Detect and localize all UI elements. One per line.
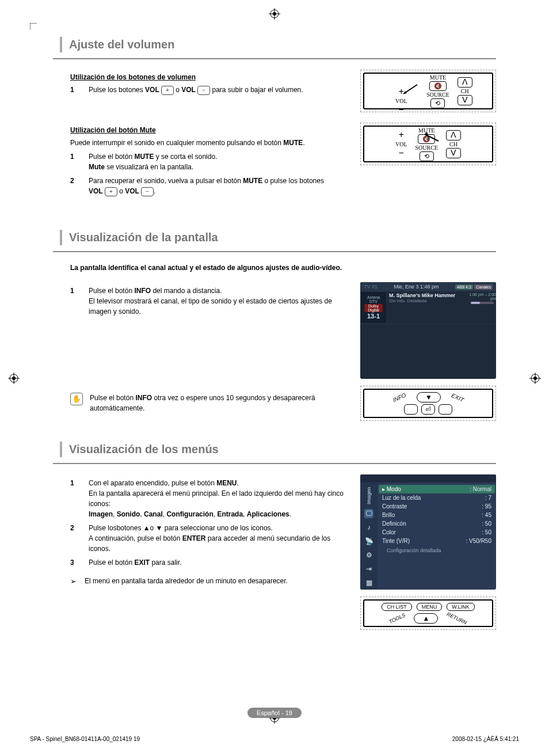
vol-minus-icon: −: [141, 187, 154, 196]
key-blank: [439, 404, 452, 415]
osd-key: Luz de la celda: [382, 495, 421, 501]
section1-sub2: Utilización del botón Mute: [70, 126, 350, 134]
menu-cat: Configuración: [166, 510, 213, 518]
tv-channel-number: 13-1: [364, 313, 383, 320]
vol-minus-icon: −: [399, 148, 404, 158]
text: Pulse el botón: [89, 287, 134, 295]
step-body: Con el aparato encendido, pulse el botón…: [89, 478, 350, 519]
osd-val: : 50: [482, 529, 491, 535]
text: A continuación, pulse el botón: [89, 534, 182, 542]
tv-id: TV #1: [364, 284, 378, 290]
mute-icon: 🔇: [429, 81, 447, 91]
text: El menú en pantalla tarda alrededor de u…: [85, 576, 288, 587]
step-number: 2: [70, 176, 78, 196]
tv-badge-cat: Canales: [474, 284, 493, 290]
tv-info-panel: Antena DTV Dolby Digital 13-1 M. Spillan…: [360, 291, 496, 324]
step-number: 1: [70, 478, 78, 519]
mute-intro: Puede interrumpir el sonido en cualquier…: [70, 138, 350, 148]
exit-label: EXIT: [134, 559, 150, 567]
crop-top-left: [30, 23, 41, 35]
osd-val: : 45: [482, 512, 491, 518]
remote-menu-illustration: CH LIST MENU W.LINK TOOLS ▲ RETURN: [360, 597, 496, 630]
section2-row: 1 Pulse el botón INFO del mando a distan…: [53, 282, 496, 421]
info-step1: 1 Pulse el botón INFO del mando a distan…: [70, 286, 350, 317]
section1-step1: 1 Pulse los botones VOL + o VOL − para s…: [70, 85, 350, 95]
registration-mark-top: [269, 8, 280, 20]
osd-row: Color: 50: [382, 528, 491, 537]
text: Para recuperar el sonido, vuelva a pulsa…: [89, 177, 243, 185]
osd-row-modo: ▸ Modo: Normal: [379, 485, 495, 493]
key-blank: [404, 404, 418, 415]
osd-key: Contraste: [382, 503, 407, 510]
tv-progressbar: [471, 302, 494, 304]
tv-info-screenshot: TV #1 Mie, Ene 3 1:48 pm 480i 4:3 Canale…: [360, 282, 496, 379]
osd-tab-label: Imagen: [366, 485, 372, 504]
ch-up-icon: ᐱ: [458, 77, 472, 88]
menu-cat: Aplicaciones: [247, 510, 289, 518]
section3-row: 1 Con el aparato encendido, pulse el bot…: [53, 474, 496, 630]
text: En la pantalla aparecerá el menú princip…: [89, 489, 344, 508]
vol-cluster: + VOL −: [395, 130, 407, 158]
osd-key: Modo: [387, 486, 401, 492]
osd-val: : Normal: [470, 486, 491, 492]
apps-icon: ▦: [364, 578, 373, 587]
tv-badge-res: 480i 4:3: [455, 284, 473, 290]
text: o: [176, 86, 181, 94]
menu-cat: Imagen: [89, 510, 113, 518]
wlink-key: W.LINK: [447, 603, 475, 611]
mute-label: MUTE: [430, 74, 446, 81]
ch-cluster: ᐱ CH ᐯ: [458, 77, 472, 105]
source-icon: ⟲: [420, 151, 434, 161]
callout-arrow-icon: [424, 131, 441, 142]
menu-cat: Canal: [144, 510, 163, 518]
text: para salir.: [150, 559, 181, 567]
text: Pulse losbotones ▲o ▼ para seleccionar u…: [89, 524, 273, 532]
osd-key: Definicón: [382, 521, 406, 527]
text: Pulse el botón: [89, 153, 134, 161]
text: .: [154, 187, 155, 195]
text: o pulse los botones: [262, 177, 324, 185]
step-body: Para recuperar el sonido, vuelva a pulsa…: [89, 176, 350, 196]
text: Pulse el botón: [90, 394, 135, 402]
mute-step2: 2 Para recuperar el sonido, vuelva a pul…: [70, 176, 350, 196]
info-label: INFO: [134, 287, 151, 295]
enter-label: ENTER: [182, 534, 206, 542]
osd-val: : V50/R50: [466, 538, 491, 544]
menu-step1: 1 Con el aparato encendido, pulse el bot…: [70, 478, 350, 519]
note-body: Pulse el botón INFO otra vez o espere un…: [90, 393, 350, 413]
mute-source-cluster: MUTE 🔇 SOURCE ⟲: [415, 127, 438, 161]
vol-label: VOL: [395, 98, 407, 104]
section1-row1: Utilización de los botones de volumen 1 …: [53, 70, 496, 123]
mute-label: MUTE: [243, 177, 262, 185]
source-label: SOURCE: [415, 145, 438, 151]
tv-date: Mie, Ene 3 1:48 pm: [394, 284, 439, 290]
section2-divider: [53, 251, 496, 252]
text: Puede interrumpir el sonido en cualquier…: [70, 139, 283, 147]
section1-divider: [53, 58, 496, 59]
menu-note: ➢ El menú en pantalla tarda alrededor de…: [70, 576, 350, 587]
vol-label: VOL: [89, 187, 103, 195]
text: .: [237, 479, 239, 487]
menu-step2: 2 Pulse losbotones ▲o ▼ para seleccionar…: [70, 523, 350, 554]
vol-minus-icon: −: [197, 86, 210, 95]
mute-label: Mute: [89, 163, 105, 171]
picture-icon: 🖵: [364, 509, 373, 518]
osd-menu-top: [360, 474, 496, 483]
nav-down-icon: ▼: [417, 392, 441, 402]
tv-detail: Sin Info. Detallada: [389, 298, 466, 303]
osd-row: Tinte (V/R): V50/R50: [382, 537, 491, 545]
vol-label: VOL: [145, 86, 159, 94]
info-note: ✋ Pulse el botón INFO otra vez o espere …: [70, 393, 350, 413]
osd-row: Luz de la celda: 7: [382, 493, 491, 502]
vol-label: VOL: [181, 86, 196, 94]
osd-val: : 95: [482, 503, 491, 510]
callout-arrow-icon: [402, 83, 418, 95]
ch-down-icon: ᐯ: [458, 95, 472, 105]
section1-sub1: Utilización de los botones de volumen: [70, 73, 350, 81]
text: y se corta el sonido.: [154, 153, 217, 161]
text: .: [303, 139, 304, 147]
remote-illustration-1: + VOL − MUTE 🔇 SOURCE ⟲ ᐱ: [360, 70, 496, 112]
osd-val: : 50: [482, 521, 491, 527]
step-number: 3: [70, 557, 78, 568]
content-area: Ajuste del volumen Utilización de los bo…: [30, 37, 519, 630]
